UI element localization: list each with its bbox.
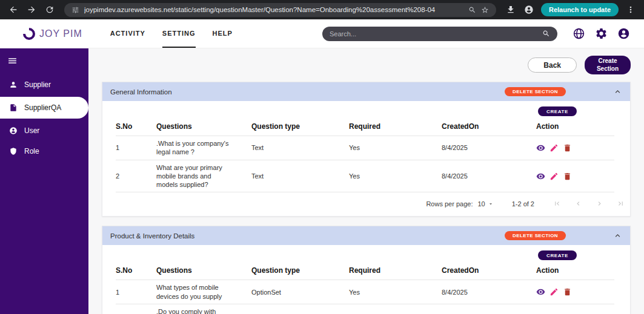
col-required: Required: [349, 266, 442, 275]
delete-button[interactable]: [563, 287, 572, 296]
delete-button[interactable]: [563, 143, 572, 152]
cell-actions: [536, 143, 614, 152]
view-button[interactable]: [536, 143, 545, 152]
sidebar-item-user[interactable]: User: [0, 120, 88, 141]
user-icon: [9, 126, 18, 135]
nav-setting[interactable]: SETTING: [162, 19, 196, 48]
cell-question-type: Text: [251, 172, 349, 180]
role-shield-icon: [9, 147, 18, 155]
first-page-icon: [553, 200, 561, 208]
rows-per-page-value: 10: [477, 200, 485, 208]
nav-help[interactable]: HELP: [213, 19, 233, 48]
create-question-button[interactable]: CREATE: [538, 106, 577, 116]
globe-icon: [573, 27, 585, 40]
collapse-section-button[interactable]: [613, 87, 622, 96]
first-page-button[interactable]: [553, 200, 561, 208]
app-search[interactable]: [322, 27, 557, 41]
app-body: Supplier SupplierQA User Role Back Creat…: [0, 48, 644, 314]
account-button[interactable]: [616, 25, 632, 42]
prev-page-button[interactable]: [574, 200, 582, 208]
cell-sno: 1: [116, 289, 156, 296]
refresh-button[interactable]: [41, 1, 58, 18]
next-page-button[interactable]: [596, 200, 603, 208]
last-page-icon: [617, 200, 625, 208]
pagination: Rows per page: 10 1-2 of 2: [102, 192, 630, 216]
sidebar-toggle-button[interactable]: [7, 56, 18, 66]
pencil-icon: [549, 172, 559, 181]
cell-question-type: Text: [251, 144, 349, 151]
nav-activity[interactable]: ACTIVITY: [110, 19, 145, 48]
address-bar[interactable]: [64, 3, 496, 17]
trash-icon: [563, 172, 572, 181]
bookmark-star-icon[interactable]: [481, 6, 489, 14]
site-info-icon[interactable]: [71, 6, 79, 14]
zoom-icon[interactable]: [468, 6, 476, 14]
cell-sno: 2: [116, 172, 156, 180]
sidebar-item-supplierqa[interactable]: SupplierQA: [0, 97, 88, 119]
cell-question: What types of mobile devices do you supp…: [156, 280, 251, 304]
questions-table: S.No Questions Question type Required Cr…: [116, 261, 614, 314]
col-question-type: Question type: [251, 122, 349, 131]
menu-hamburger-icon: [7, 56, 18, 66]
sidebar-item-label: Supplier: [24, 80, 51, 89]
caret-down-icon: [488, 201, 494, 207]
search-icon[interactable]: [542, 30, 550, 38]
profile-icon: [524, 5, 534, 15]
relaunch-to-update-button[interactable]: Relaunch to update: [541, 3, 619, 16]
section-card-general-information: General Information DELETE SECTION CREAT…: [102, 82, 631, 217]
sidebar-item-supplier[interactable]: Supplier: [0, 74, 88, 95]
rows-per-page-select[interactable]: 10: [477, 200, 493, 208]
cell-required: Yes: [349, 144, 442, 151]
search-input[interactable]: [330, 30, 537, 38]
pencil-icon: [549, 287, 559, 296]
last-page-button[interactable]: [617, 200, 625, 208]
pencil-icon: [549, 143, 559, 152]
delete-section-button[interactable]: DELETE SECTION: [505, 87, 566, 96]
collapse-section-button[interactable]: [613, 231, 622, 240]
chevron-up-icon: [613, 87, 622, 96]
col-questions: Questions: [156, 266, 251, 275]
url-input[interactable]: [84, 6, 463, 13]
delete-section-button[interactable]: DELETE SECTION: [505, 231, 566, 240]
forward-button[interactable]: [23, 1, 40, 18]
delete-button[interactable]: [563, 172, 572, 181]
view-button[interactable]: [536, 172, 545, 181]
cell-created-on: 8/4/2025: [442, 144, 536, 151]
cell-required: Yes: [349, 289, 442, 296]
cell-question: .What is your company's legal name ?: [156, 136, 251, 160]
refresh-icon: [45, 5, 55, 15]
settings-button[interactable]: [593, 25, 609, 42]
edit-button[interactable]: [549, 143, 559, 152]
app-header: JOY PIM ACTIVITY SETTING HELP: [0, 19, 644, 48]
sidebar-item-label: User: [24, 126, 39, 135]
table-header-row: S.No Questions Question type Required Cr…: [116, 261, 614, 280]
sidebar: Supplier SupplierQA User Role: [0, 48, 88, 314]
col-questions: Questions: [156, 122, 251, 131]
eye-icon: [536, 172, 545, 181]
browser-profile-button[interactable]: [520, 1, 537, 18]
sidebar-item-role[interactable]: Role: [0, 141, 88, 162]
col-question-type: Question type: [251, 266, 349, 275]
edit-button[interactable]: [549, 287, 559, 296]
download-icon: [506, 5, 516, 15]
sidebar-item-label: SupplierQA: [24, 103, 61, 112]
edit-button[interactable]: [549, 172, 559, 181]
browser-menu-button[interactable]: [622, 1, 639, 18]
account-icon: [617, 27, 630, 40]
create-question-button[interactable]: CREATE: [538, 250, 577, 260]
col-action: Action: [536, 266, 614, 275]
back-page-button[interactable]: Back: [528, 57, 577, 73]
table-row: 2 .Do you comply with government-mandate…: [116, 304, 614, 314]
col-action: Action: [536, 122, 614, 131]
back-button[interactable]: [5, 1, 22, 18]
downloads-button[interactable]: [502, 1, 519, 18]
section-title: Product & Inventory Details: [110, 232, 505, 240]
cell-actions: [536, 172, 614, 181]
section-header: Product & Inventory Details DELETE SECTI…: [102, 226, 630, 245]
sidebar-item-label: Role: [24, 147, 39, 155]
view-button[interactable]: [536, 287, 545, 296]
create-section-button[interactable]: Create Section: [585, 56, 631, 74]
browser-toolbar: Relaunch to update: [0, 0, 644, 19]
language-button[interactable]: [571, 25, 587, 42]
supplierqa-document-icon: [9, 103, 18, 112]
